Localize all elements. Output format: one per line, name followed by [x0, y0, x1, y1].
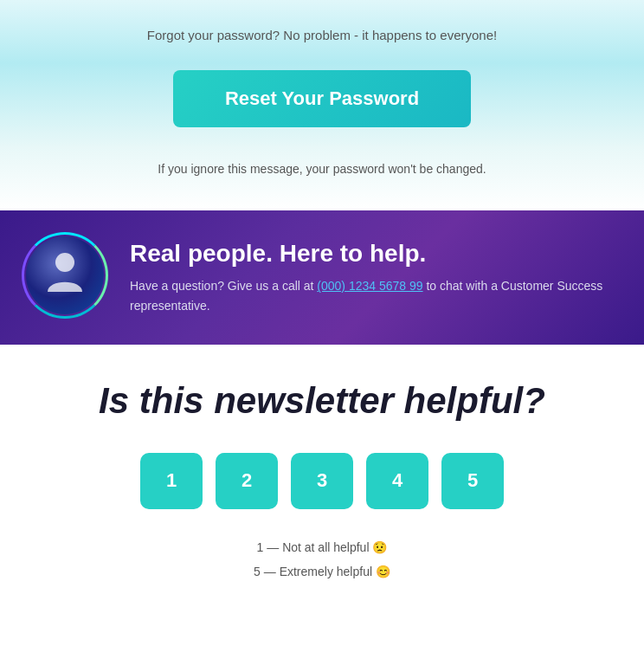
ignore-message-text: If you ignore this message, your passwor…	[17, 162, 627, 176]
rating-button-2[interactable]: 2	[216, 453, 278, 509]
banner-subtitle-prefix: Have a question? Give us a call at	[130, 279, 317, 293]
bottom-section: Is this newsletter helpful? 1 2 3 4 5 1 …	[0, 345, 644, 618]
banner-title: Real people. Here to help.	[130, 239, 618, 268]
banner-section: Real people. Here to help. Have a questi…	[0, 210, 644, 345]
top-section: Forgot your password? No problem - it ha…	[0, 0, 644, 210]
reset-password-button[interactable]: Reset Your Password	[173, 70, 471, 127]
rating-button-1[interactable]: 1	[140, 453, 203, 509]
legend-high: 5 — Extremely helpful 😊	[17, 559, 627, 584]
legend-low: 1 — Not at all helpful 😟	[17, 535, 627, 559]
email-container: Forgot your password? No problem - it ha…	[0, 0, 644, 646]
rating-buttons: 1 2 3 4 5	[17, 453, 627, 509]
forgot-password-text: Forgot your password? No problem - it ha…	[17, 26, 627, 46]
avatar-ring	[22, 232, 108, 319]
phone-link[interactable]: (000) 1234 5678 99	[317, 279, 422, 293]
banner-subtitle: Have a question? Give us a call at (000)…	[130, 276, 618, 315]
newsletter-title: Is this newsletter helpful?	[17, 379, 627, 423]
rating-button-4[interactable]: 4	[366, 453, 428, 509]
rating-button-5[interactable]: 5	[441, 453, 504, 509]
banner-content: Real people. Here to help. Have a questi…	[130, 239, 618, 315]
rating-legend: 1 — Not at all helpful 😟 5 — Extremely h…	[17, 535, 627, 584]
rating-button-3[interactable]: 3	[291, 453, 353, 509]
avatar-container	[26, 236, 108, 319]
